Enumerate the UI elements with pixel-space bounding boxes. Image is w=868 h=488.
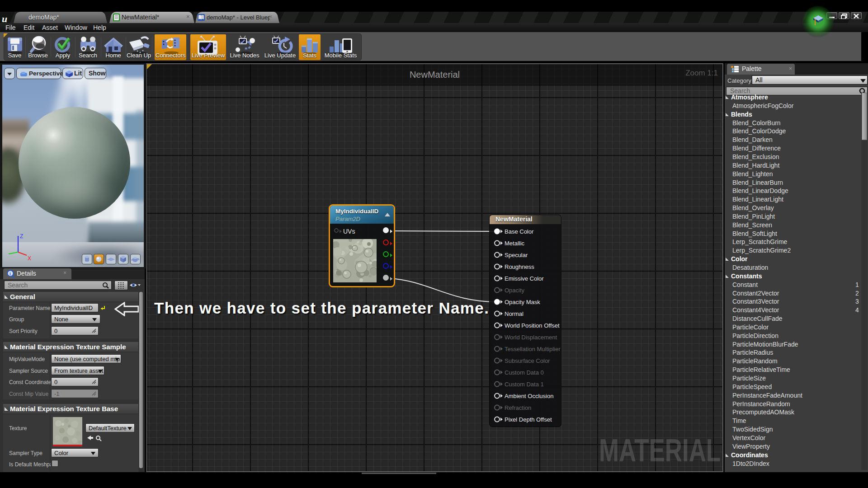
svg-text:X: X bbox=[28, 255, 31, 262]
svg-text:i: i bbox=[9, 271, 11, 276]
svg-text:Z: Z bbox=[20, 233, 23, 239]
